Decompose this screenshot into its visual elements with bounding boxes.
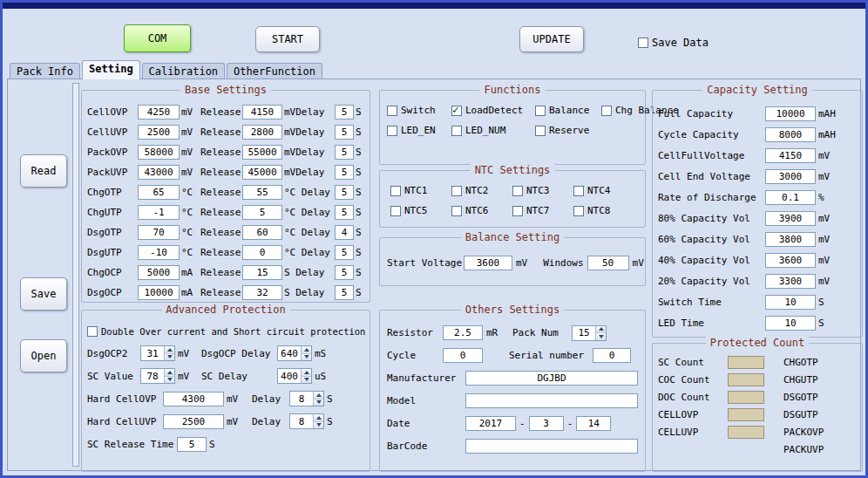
checkbox-icon[interactable]: [573, 206, 584, 216]
save-data-checkbox[interactable]: Save Data: [638, 37, 709, 49]
function-checkbox[interactable]: LED_EN: [387, 125, 451, 136]
delay-stepper[interactable]: 8: [289, 413, 324, 429]
param-value-input[interactable]: [138, 205, 180, 220]
release-value-input[interactable]: [242, 285, 282, 300]
checkbox-icon[interactable]: [512, 206, 523, 216]
delay-value-input[interactable]: [335, 145, 354, 160]
param-value-input[interactable]: [138, 265, 180, 280]
checkbox-icon[interactable]: [573, 186, 584, 196]
stepper-up-button[interactable]: [314, 414, 323, 421]
param-value-input[interactable]: [765, 232, 816, 247]
delay-value-input[interactable]: [335, 205, 354, 220]
release-value-input[interactable]: [242, 105, 282, 120]
param-value-input[interactable]: [765, 211, 816, 226]
function-checkbox[interactable]: Reserve: [535, 125, 601, 136]
model-input[interactable]: [465, 393, 638, 408]
stepper-up-button[interactable]: [596, 326, 606, 333]
checkbox-icon[interactable]: [390, 206, 401, 216]
date-month-input[interactable]: [529, 416, 564, 431]
param-value-input[interactable]: [765, 127, 816, 142]
checkbox-icon[interactable]: [601, 106, 612, 116]
ntc-checkbox[interactable]: NTC4: [573, 185, 634, 196]
param-value-input[interactable]: [765, 253, 816, 268]
param-value-input[interactable]: [138, 145, 180, 160]
tab[interactable]: Calibration: [142, 63, 225, 79]
release-value-input[interactable]: [242, 125, 282, 140]
param-value-input[interactable]: [138, 245, 180, 260]
param-value-input[interactable]: [765, 190, 816, 205]
delay-stepper[interactable]: 8: [289, 391, 324, 406]
param-value-input[interactable]: [765, 316, 816, 331]
param-value-input[interactable]: [138, 165, 180, 180]
delay-stepper[interactable]: 640: [277, 345, 312, 361]
delay-value-input[interactable]: [335, 125, 354, 140]
checkbox-icon[interactable]: [387, 126, 397, 136]
sc-release-input[interactable]: [177, 437, 207, 452]
checkbox-icon[interactable]: [638, 38, 648, 48]
function-checkbox[interactable]: LED_NUM: [451, 125, 535, 136]
ntc-checkbox[interactable]: NTC6: [451, 205, 512, 216]
checkbox-icon[interactable]: [512, 186, 523, 196]
cycle-input[interactable]: [443, 348, 483, 363]
ntc-checkbox[interactable]: NTC5: [390, 205, 451, 216]
param-value-input[interactable]: [765, 169, 816, 184]
checkbox-icon[interactable]: [535, 126, 546, 136]
update-button[interactable]: UPDATE: [519, 26, 584, 52]
com-button[interactable]: COM: [124, 24, 191, 52]
double-protection-checkbox[interactable]: Double Over current and Short circuit pr…: [87, 321, 364, 342]
delay-value-input[interactable]: [335, 185, 354, 200]
stepper-down-button[interactable]: [314, 399, 323, 406]
param-value-input[interactable]: [765, 295, 816, 310]
checkbox-icon[interactable]: [87, 326, 98, 337]
stepper-up-button[interactable]: [302, 346, 311, 353]
param-value-input[interactable]: [138, 225, 180, 240]
stepper-down-button[interactable]: [165, 376, 174, 384]
release-value-input[interactable]: [242, 265, 282, 280]
stepper-down-button[interactable]: [596, 332, 606, 340]
checkbox-icon[interactable]: [451, 126, 462, 136]
windows-input[interactable]: [587, 256, 629, 270]
ntc-checkbox[interactable]: NTC1: [390, 185, 451, 196]
param-value-input[interactable]: [765, 148, 816, 163]
tab[interactable]: Pack Info: [10, 63, 80, 79]
release-value-input[interactable]: [242, 205, 282, 220]
start-voltage-input[interactable]: [464, 256, 512, 270]
side-button[interactable]: Read: [20, 154, 67, 188]
resistor-input[interactable]: [443, 325, 483, 340]
side-button[interactable]: Open: [20, 339, 67, 372]
release-value-input[interactable]: [242, 165, 282, 180]
param-value-input[interactable]: [138, 285, 180, 300]
checkbox-icon[interactable]: [451, 186, 462, 196]
release-value-input[interactable]: [242, 185, 282, 200]
param-value-input[interactable]: [163, 392, 224, 406]
delay-value-input[interactable]: [335, 285, 354, 300]
pack-num-stepper[interactable]: 15: [572, 325, 607, 341]
barcode-input[interactable]: [465, 439, 638, 454]
param-value-input[interactable]: [138, 105, 180, 120]
ntc-checkbox[interactable]: NTC2: [451, 185, 512, 196]
delay-value-input[interactable]: [335, 245, 354, 260]
delay-value-input[interactable]: [335, 265, 354, 280]
param-value-input[interactable]: [138, 125, 180, 140]
stepper-up-button[interactable]: [314, 392, 323, 399]
vertical-scrollbar[interactable]: [72, 83, 79, 467]
date-year-input[interactable]: [465, 416, 516, 431]
checkbox-icon[interactable]: [451, 206, 462, 216]
checkbox-icon[interactable]: [535, 106, 546, 116]
release-value-input[interactable]: [242, 145, 282, 160]
ntc-checkbox[interactable]: NTC8: [573, 205, 634, 216]
param-value-input[interactable]: [765, 274, 816, 289]
delay-value-input[interactable]: [335, 225, 354, 240]
ntc-checkbox[interactable]: NTC7: [512, 205, 573, 216]
function-checkbox[interactable]: Switch: [387, 105, 451, 116]
stepper-down-button[interactable]: [302, 376, 311, 384]
side-button[interactable]: Save: [20, 277, 67, 311]
param-value-input[interactable]: [138, 185, 180, 200]
stepper-down-button[interactable]: [314, 421, 323, 429]
checkbox-icon[interactable]: [387, 106, 397, 116]
stepper-down-button[interactable]: [165, 353, 174, 361]
stepper-down-button[interactable]: [302, 353, 311, 361]
stepper-up-button[interactable]: [302, 369, 311, 376]
date-day-input[interactable]: [576, 416, 611, 431]
delay-stepper[interactable]: 400: [277, 368, 312, 384]
